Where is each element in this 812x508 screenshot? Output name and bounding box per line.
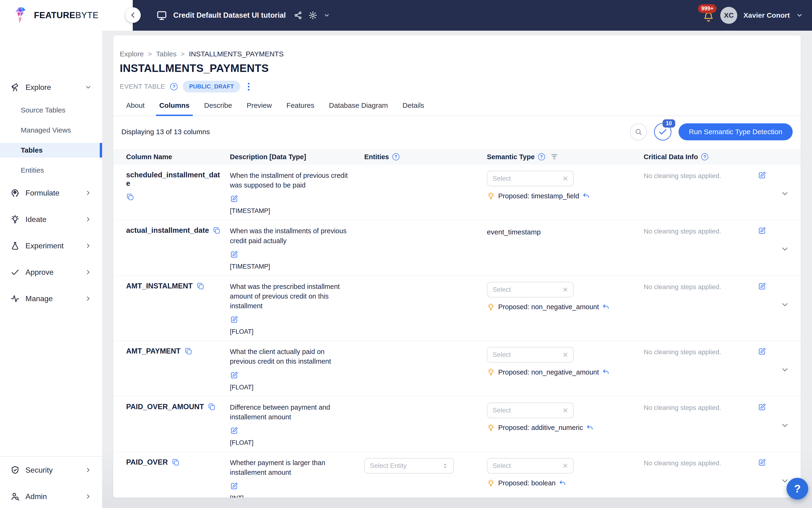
avatar[interactable]: XC (720, 7, 737, 24)
header-semantic-type: Semantic Type? (487, 153, 644, 161)
user-menu-chevron-icon[interactable] (796, 12, 803, 19)
sidebar-subitems: Source TablesManaged ViewsTablesEntities (0, 103, 102, 178)
semantic-type-select[interactable]: Select (487, 282, 574, 297)
data-type-label: [FLOAT] (230, 384, 355, 391)
table-body: scheduled_installment_dateWhen the insta… (113, 165, 801, 498)
copy-icon[interactable] (184, 347, 192, 355)
sidebar-item-formulate[interactable]: Formulate (0, 185, 102, 201)
edit-description-icon[interactable] (230, 426, 239, 435)
proposed-semantic-type: Proposed: boolean (487, 479, 644, 487)
table-row: AMT_PAYMENTWhat the client actually paid… (113, 341, 801, 396)
clear-icon[interactable] (562, 407, 569, 414)
notifications[interactable]: 999+ (703, 11, 714, 23)
breadcrumb-item[interactable]: Tables (156, 50, 177, 58)
table-row: PAID_OVERWhether payment is larger than … (113, 452, 801, 498)
sidebar-item-experiment[interactable]: Experiment (0, 238, 102, 254)
search-button[interactable] (630, 123, 647, 140)
edit-critical-data-icon[interactable] (758, 403, 766, 411)
copy-icon[interactable] (208, 403, 216, 411)
user-search-icon (10, 492, 20, 501)
select-entity-dropdown[interactable]: Select Entity (364, 458, 454, 474)
breadcrumb-item: INSTALLMENTS_PAYMENTS (189, 50, 284, 58)
breadcrumb-separator: > (181, 50, 185, 58)
workspace-actions (294, 11, 330, 20)
edit-description-icon[interactable] (230, 315, 239, 324)
sidebar-item-explore[interactable]: Explore (0, 79, 102, 95)
clear-icon[interactable] (562, 287, 569, 293)
edit-description-icon[interactable] (230, 481, 239, 490)
lightbulb-icon (487, 479, 495, 487)
copy-icon[interactable] (196, 282, 205, 290)
copy-icon[interactable] (213, 226, 221, 235)
run-semantic-type-detection-button[interactable]: Run Semantic Type Detection (679, 123, 793, 140)
edit-critical-data-icon[interactable] (758, 282, 766, 291)
tab-features[interactable]: Features (286, 101, 314, 116)
clear-icon[interactable] (562, 175, 569, 182)
clear-icon[interactable] (562, 463, 569, 469)
copy-icon[interactable] (172, 458, 180, 466)
undo-icon[interactable] (582, 192, 590, 200)
undo-icon[interactable] (559, 479, 566, 487)
clear-icon[interactable] (562, 352, 569, 358)
column-name-text: actual_installment_date (126, 226, 209, 235)
row-actions-cell (755, 171, 794, 204)
help-icon[interactable]: ? (392, 153, 399, 160)
sidebar-item-security[interactable]: Security (0, 462, 102, 478)
tab-columns[interactable]: Columns (159, 101, 189, 116)
proposed-text: Proposed: boolean (498, 479, 555, 487)
tab-database-diagram[interactable]: Database Diagram (329, 101, 388, 116)
expand-row-chevron-icon[interactable] (780, 421, 790, 430)
help-fab-button[interactable]: ? (786, 478, 808, 500)
expand-row-chevron-icon[interactable] (780, 189, 790, 198)
sidebar-item-manage[interactable]: Manage (0, 290, 102, 307)
undo-icon[interactable] (586, 424, 594, 432)
expand-row-chevron-icon[interactable] (780, 365, 790, 374)
breadcrumb-item[interactable]: Explore (120, 50, 144, 58)
copy-icon[interactable] (126, 193, 134, 201)
help-icon[interactable]: ? (701, 153, 708, 160)
table-row: PAID_OVER_AMOUNTDifference between payme… (113, 396, 801, 452)
more-options-button[interactable] (245, 82, 252, 91)
semantic-type-select[interactable]: Select (487, 403, 574, 418)
header-description: Description [Data Type] (230, 153, 364, 161)
tab-details[interactable]: Details (402, 101, 424, 116)
tab-about[interactable]: About (126, 101, 144, 116)
share-icon[interactable] (294, 11, 302, 19)
edit-description-icon[interactable] (230, 371, 239, 379)
edit-critical-data-icon[interactable] (758, 458, 766, 467)
edit-description-icon[interactable] (230, 250, 239, 259)
filter-icon[interactable] (550, 153, 558, 161)
semantic-type-select[interactable]: Select (487, 171, 574, 186)
semantic-type-select[interactable]: Select (487, 347, 574, 363)
edit-critical-data-icon[interactable] (758, 226, 766, 235)
help-icon[interactable]: ? (538, 153, 545, 160)
expand-row-chevron-icon[interactable] (780, 300, 790, 309)
undo-icon[interactable] (602, 368, 610, 376)
page-title: INSTALLMENTS_PAYMENTS (120, 62, 794, 75)
sidebar-collapse-button[interactable] (125, 7, 141, 23)
help-icon[interactable]: ? (170, 83, 178, 90)
gear-icon[interactable] (308, 11, 317, 20)
sidebar-item-managed-views[interactable]: Managed Views (0, 123, 102, 137)
undo-icon[interactable] (602, 303, 610, 311)
chevron-down-icon[interactable] (323, 12, 330, 18)
lightbulb-icon (487, 424, 495, 432)
edit-description-icon[interactable] (230, 194, 239, 203)
expand-row-chevron-icon[interactable] (780, 245, 790, 254)
tab-preview[interactable]: Preview (246, 101, 272, 116)
sidebar-item-admin[interactable]: Admin (0, 488, 102, 505)
sidebar-item-tables[interactable]: Tables (0, 143, 102, 158)
proposed-text: Proposed: additive_numeric (498, 424, 583, 432)
sidebar-item-ideate[interactable]: Ideate (0, 211, 102, 227)
edit-critical-data-icon[interactable] (758, 171, 766, 179)
semantic-type-select[interactable]: Select (487, 458, 574, 474)
edit-critical-data-icon[interactable] (758, 347, 766, 356)
workspace-title: Credit Default Dataset UI tutorial (173, 11, 286, 19)
row-actions-cell (755, 226, 794, 259)
description-text: When the installment of previous credit … (230, 171, 351, 190)
sidebar-item-source-tables[interactable]: Source Tables (0, 103, 102, 118)
breadcrumb: Explore>Tables>INSTALLMENTS_PAYMENTS (120, 50, 794, 58)
sidebar-item-approve[interactable]: Approve (0, 264, 102, 281)
sidebar-item-entities[interactable]: Entities (0, 163, 102, 178)
tab-describe[interactable]: Describe (204, 101, 232, 116)
